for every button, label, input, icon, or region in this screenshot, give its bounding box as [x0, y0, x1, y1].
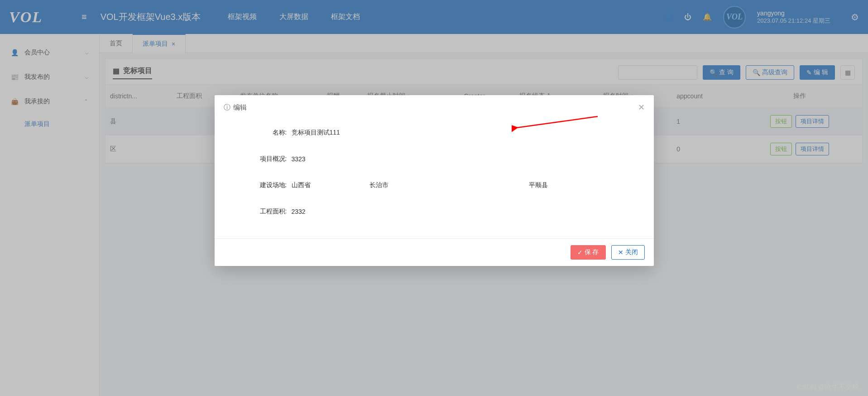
modal-overlay[interactable]: ⓘ 编辑 ✕ 名称: 竞标项目测试111 项目概况: 3323 建设场地: 山西… — [0, 0, 868, 396]
label-overview: 项目概况: — [233, 155, 292, 163]
label-name: 名称: — [233, 129, 292, 137]
save-button[interactable]: ✓保 存 — [571, 245, 606, 260]
value-overview: 3323 — [292, 155, 306, 163]
watermark: CSDN @吹牛不交税 — [797, 383, 859, 391]
value-city: 长治市 — [369, 181, 388, 189]
label-area: 工程面积: — [233, 208, 292, 216]
label-location: 建设场地: — [233, 181, 292, 189]
close-icon[interactable]: ✕ — [638, 102, 645, 112]
value-county: 平顺县 — [529, 181, 548, 189]
value-province: 山西省 — [292, 181, 311, 189]
value-area: 2332 — [292, 208, 306, 215]
info-icon: ⓘ — [224, 103, 230, 112]
edit-modal: ⓘ 编辑 ✕ 名称: 竞标项目测试111 项目概况: 3323 建设场地: 山西… — [215, 95, 654, 266]
modal-title: 编辑 — [233, 103, 247, 112]
value-name: 竞标项目测试111 — [292, 129, 340, 137]
close-button[interactable]: ✕关闭 — [611, 245, 645, 260]
check-icon: ✓ — [577, 249, 583, 256]
close-icon: ✕ — [618, 249, 623, 256]
